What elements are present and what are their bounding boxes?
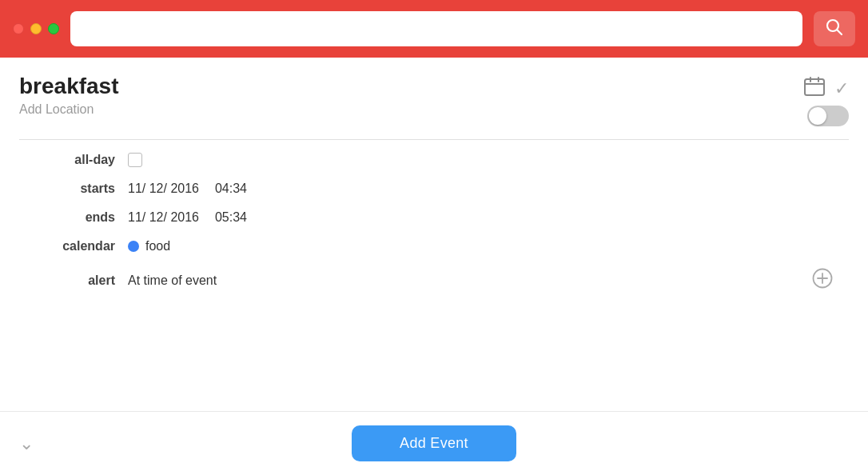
event-title-area: breakfast Add Location	[19, 74, 119, 117]
main-content: breakfast Add Location ✓	[0, 58, 868, 293]
add-alert-icon[interactable]	[812, 268, 833, 293]
starts-date[interactable]: 11/ 12/ 2016	[128, 182, 199, 196]
alert-row: alert At time of event	[35, 268, 833, 293]
ends-time[interactable]: 05:34	[215, 210, 247, 225]
bottom-section: ⌄ Add Event	[0, 411, 868, 475]
calendar-row: calendar food	[35, 239, 833, 253]
add-location[interactable]: Add Location	[19, 102, 119, 117]
event-header: breakfast Add Location ✓	[19, 74, 849, 126]
icon-row-top: ✓	[804, 77, 849, 101]
search-input[interactable]: breakfast in two hours for one hour /foo	[83, 20, 790, 38]
all-day-label: all-day	[35, 153, 115, 167]
alert-value[interactable]: At time of event	[128, 273, 217, 288]
alert-left: alert At time of event	[35, 273, 217, 288]
search-bar: breakfast in two hours for one hour /foo	[70, 11, 802, 46]
svg-rect-2	[805, 79, 824, 95]
close-button[interactable]	[13, 23, 24, 34]
chevron-down-icon: ⌄	[19, 433, 34, 454]
titlebar: breakfast in two hours for one hour /foo	[0, 0, 868, 58]
ends-date[interactable]: 11/ 12/ 2016	[128, 210, 199, 225]
starts-label: starts	[35, 182, 115, 196]
calendar-icon[interactable]	[804, 77, 825, 101]
ends-label: ends	[35, 210, 115, 225]
alert-label: alert	[35, 273, 115, 288]
toggle-knob	[809, 107, 826, 125]
maximize-button[interactable]	[48, 23, 59, 34]
check-icon[interactable]: ✓	[834, 78, 849, 99]
divider	[19, 139, 849, 140]
starts-time[interactable]: 04:34	[215, 182, 247, 196]
search-icon	[826, 18, 843, 40]
add-event-button[interactable]: Add Event	[352, 425, 516, 461]
search-button[interactable]	[814, 11, 855, 46]
minimize-button[interactable]	[30, 23, 42, 34]
all-day-row: all-day	[35, 153, 833, 167]
header-icons: ✓	[804, 74, 849, 126]
calendar-label: calendar	[35, 239, 115, 253]
svg-line-1	[838, 30, 842, 34]
calendar-color-dot	[128, 241, 139, 252]
event-title: breakfast	[19, 74, 119, 99]
toggle-switch[interactable]	[807, 106, 849, 126]
traffic-lights	[13, 23, 59, 34]
calendar-name[interactable]: food	[145, 239, 170, 253]
starts-row: starts 11/ 12/ 2016 04:34	[35, 182, 833, 196]
ends-row: ends 11/ 12/ 2016 05:34	[35, 210, 833, 225]
all-day-checkbox[interactable]	[128, 153, 142, 167]
form-section: all-day starts 11/ 12/ 2016 04:34 ends 1…	[19, 153, 849, 293]
